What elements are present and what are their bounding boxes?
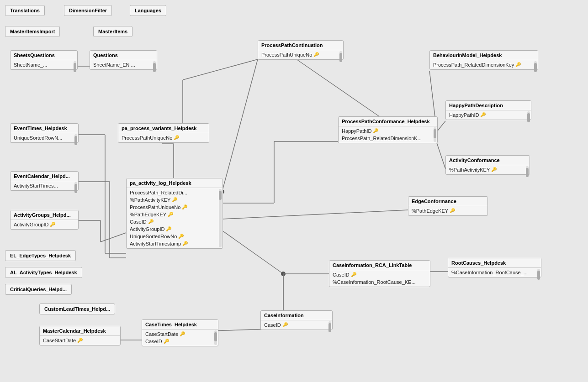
key-icon: 🔑 <box>174 135 179 141</box>
process-path-continuation-title: ProcessPathContinuation <box>258 41 343 50</box>
behaviour-in-model-table[interactable]: BehaviourInModel_Helpdesk ProcessPath_Re… <box>429 50 538 70</box>
process-path-conformance-title: ProcessPathConformance_Helpdesk <box>339 117 437 126</box>
table-row: ActivityGroupID 🔑 <box>127 225 216 233</box>
case-information-table[interactable]: CaseInformation CaseID 🔑 <box>260 310 333 330</box>
activity-groups-table[interactable]: ActivityGroups_Helpd... ActivityGroupID … <box>10 210 79 230</box>
svg-line-34 <box>297 59 379 116</box>
pa-process-variants-body: ProcessPathUniqueNo 🔑 <box>118 133 209 142</box>
master-items-import-box[interactable]: MasterItemsImport <box>5 26 60 37</box>
table-row: CaseID 🔑 <box>261 321 332 329</box>
activity-groups-body: ActivityGroupID 🔑 <box>11 220 78 229</box>
key-icon: 🔑 <box>515 62 521 68</box>
table-row: ActivityStartTimes... <box>11 182 78 189</box>
pa-process-variants-table[interactable]: pa_process_variants_Helpdesk ProcessPath… <box>118 123 209 143</box>
edge-conformance-body: %PathEdgeKEY 🔑 <box>408 206 487 215</box>
al-activity-types-box[interactable]: AL_ActivityTypes_Helpdesk <box>5 267 82 278</box>
key-icon: 🔑 <box>178 234 184 239</box>
el-edge-types-box[interactable]: EL_EdgeTypes_Helpdesk <box>5 250 76 261</box>
process-path-continuation-table[interactable]: ProcessPathContinuation ProcessPathUniqu… <box>258 40 344 60</box>
event-times-title: EventTimes_Helpdesk <box>11 124 78 133</box>
table-row: HappyPathID 🔑 <box>339 127 431 135</box>
table-row: CaseStartDate 🔑 <box>40 337 120 344</box>
table-row: %PathActivityKEY 🔑 <box>446 166 530 173</box>
edge-conformance-title: EdgeConformance <box>408 197 487 206</box>
key-icon: 🔑 <box>180 331 185 337</box>
sheets-questions-title: SheetsQuestions <box>11 51 77 60</box>
case-times-title: CaseTimes_Helpdesk <box>142 320 218 330</box>
svg-point-25 <box>281 272 286 276</box>
key-icon: 🔑 <box>182 204 187 210</box>
table-row: %CaseInformation_RootCause_KE... <box>329 278 430 286</box>
table-row: ProcessPathUniqueNo 🔑 <box>258 51 343 58</box>
pa-process-variants-title: pa_process_variants_Helpdesk <box>118 124 209 133</box>
case-times-table[interactable]: CaseTimes_Helpdesk CaseStartDate 🔑 CaseI… <box>142 319 218 346</box>
questions-body: SheetName_EN ... <box>90 60 157 69</box>
diagram-canvas: Translations DimensionFilter Languages M… <box>0 0 588 382</box>
key-icon: 🔑 <box>373 128 378 134</box>
custom-lead-times-box[interactable]: CustomLeadTimes_Helpd... <box>39 304 115 314</box>
root-causes-table[interactable]: RootCauses_Helpdesk %CaseInformation_Roo… <box>448 258 541 277</box>
pa-activity-log-body: ProcessPath_RelatedDi... %PathActivityKE… <box>127 188 222 248</box>
dimension-filter-box[interactable]: DimensionFilter <box>64 5 112 16</box>
table-row: %PathActivityKEY 🔑 <box>127 196 216 204</box>
key-icon: 🔑 <box>313 52 319 58</box>
table-row: ProcessPathUniqueNo 🔑 <box>118 134 209 141</box>
key-icon: 🔑 <box>480 112 486 118</box>
table-row: ProcessPath_RelatedDimensionK... <box>339 135 431 142</box>
event-calendar-title: EventCalendar_Helpd... <box>11 172 78 181</box>
activity-conformance-body: %PathActivityKEY 🔑 <box>446 165 530 174</box>
table-row: UniqueSortedRowNo 🔑 <box>127 233 216 240</box>
key-icon: 🔑 <box>491 167 497 173</box>
activity-conformance-title: ActivityConformance <box>446 156 530 165</box>
activity-groups-title: ActivityGroups_Helpd... <box>11 210 78 220</box>
activity-conformance-table[interactable]: ActivityConformance %PathActivityKEY 🔑 <box>445 155 530 175</box>
svg-line-17 <box>436 121 445 132</box>
sheets-questions-body: SheetName_... <box>11 60 77 69</box>
table-row: ActivityGroupID 🔑 <box>11 221 78 228</box>
table-row: SheetName_EN ... <box>90 61 157 68</box>
case-information-rca-table[interactable]: CaseInformation_RCA_LinkTable CaseID 🔑 %… <box>329 260 430 287</box>
root-causes-body: %CaseInformation_RootCause_... <box>448 268 541 277</box>
languages-box[interactable]: Languages <box>130 5 166 16</box>
master-calendar-table[interactable]: MasterCalendar_Helpdesk CaseStartDate 🔑 <box>39 326 121 345</box>
table-row: ProcessPath_RelatedDi... <box>127 189 216 196</box>
table-row: CaseID 🔑 <box>142 338 212 345</box>
translations-box[interactable]: Translations <box>5 5 45 16</box>
event-calendar-body: ActivityStartTimes... <box>11 181 78 190</box>
process-path-conformance-body: HappyPathID 🔑 ProcessPath_RelatedDimensi… <box>339 126 437 143</box>
pa-activity-log-table[interactable]: pa_activity_log_Helpdesk ProcessPath_Rel… <box>126 178 223 249</box>
critical-queries-box[interactable]: CriticalQueries_Helpd... <box>5 284 72 295</box>
event-calendar-table[interactable]: EventCalendar_Helpd... ActivityStartTime… <box>10 171 79 191</box>
edge-conformance-table[interactable]: EdgeConformance %PathEdgeKEY 🔑 <box>408 196 488 216</box>
sheets-questions-table[interactable]: SheetsQuestions SheetName_... <box>10 50 78 70</box>
master-calendar-title: MasterCalendar_Helpdesk <box>40 326 120 336</box>
event-times-table[interactable]: EventTimes_Helpdesk UniqueSortedRowN... <box>10 123 79 143</box>
key-icon: 🔑 <box>182 241 188 246</box>
table-row: %CaseInformation_RootCause_... <box>448 269 541 276</box>
case-times-body: CaseStartDate 🔑 CaseID 🔑 <box>142 330 218 346</box>
key-icon: 🔑 <box>351 272 356 277</box>
table-row: ProcessPath_RelatedDimensionKey 🔑 <box>430 61 538 68</box>
master-items-box[interactable]: MasterItems <box>93 26 132 37</box>
process-path-continuation-body: ProcessPathUniqueNo 🔑 <box>258 50 343 59</box>
process-path-conformance-table[interactable]: ProcessPathConformance_Helpdesk HappyPat… <box>338 116 438 143</box>
key-icon: 🔑 <box>166 226 171 232</box>
case-information-rca-body: CaseID 🔑 %CaseInformation_RootCause_KE..… <box>329 270 430 287</box>
master-calendar-body: CaseStartDate 🔑 <box>40 336 120 345</box>
key-icon: 🔑 <box>168 212 173 217</box>
case-information-title: CaseInformation <box>261 311 332 320</box>
behaviour-in-model-title: BehaviourInModel_Helpdesk <box>430 51 538 60</box>
happy-path-description-table[interactable]: HappyPathDescription HappyPathID 🔑 <box>445 100 531 120</box>
table-row: SheetName_... <box>11 61 77 68</box>
key-icon: 🔑 <box>450 208 455 214</box>
svg-line-23 <box>222 59 258 192</box>
key-icon: 🔑 <box>77 338 83 343</box>
questions-table[interactable]: Questions SheetName_EN ... <box>90 50 157 70</box>
key-icon: 🔑 <box>172 197 177 203</box>
table-row: CaseID 🔑 <box>127 218 216 225</box>
table-row: HappyPathID 🔑 <box>446 111 531 119</box>
event-times-body: UniqueSortedRowN... <box>11 133 78 142</box>
root-causes-title: RootCauses_Helpdesk <box>448 258 541 268</box>
case-information-rca-title: CaseInformation_RCA_LinkTable <box>329 261 430 270</box>
key-icon: 🔑 <box>164 339 169 344</box>
